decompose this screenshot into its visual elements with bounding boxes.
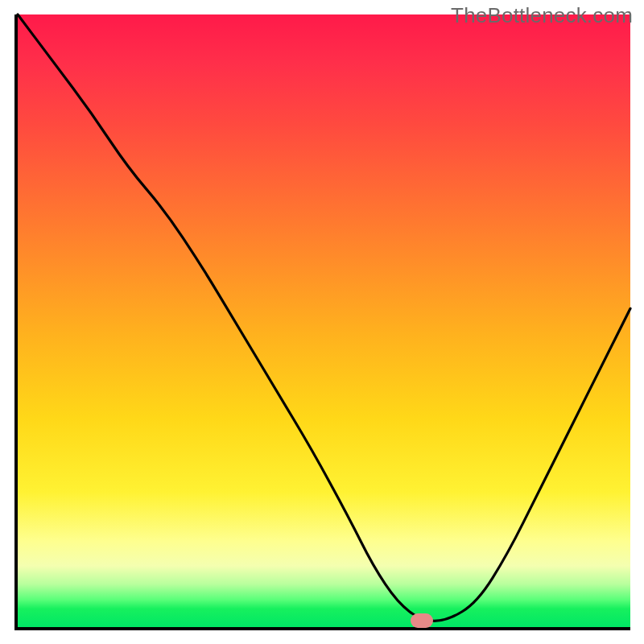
bottleneck-chart: TheBottleneck.com xyxy=(0,0,644,644)
optimal-point-marker xyxy=(411,613,433,628)
watermark-text: TheBottleneck.com xyxy=(451,3,633,28)
bottleneck-curve-path xyxy=(18,14,630,621)
plot-area xyxy=(14,14,630,630)
bottleneck-curve-svg xyxy=(18,14,630,627)
